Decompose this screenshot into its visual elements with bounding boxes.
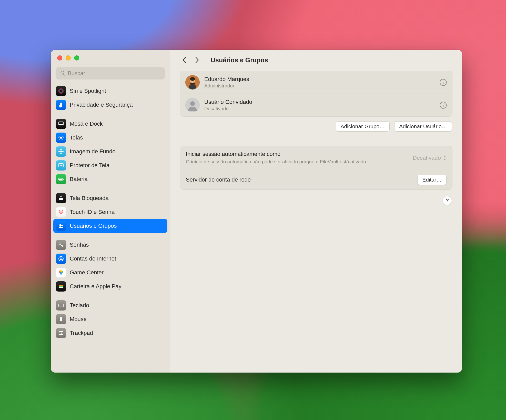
sidebar-item[interactable]: Senhas xyxy=(53,238,167,252)
svg-point-15 xyxy=(60,153,62,154)
mouse-icon xyxy=(56,314,66,324)
sidebar-item[interactable]: Protetor de Tela xyxy=(53,158,167,172)
svg-point-1 xyxy=(60,90,62,92)
svg-rect-23 xyxy=(59,179,62,180)
edit-network-account-button[interactable]: Editar… xyxy=(417,175,447,185)
sidebar-item[interactable]: Siri e Spotlight xyxy=(53,84,167,98)
sidebar-item-label: Mesa e Dock xyxy=(70,121,103,127)
siri-icon xyxy=(56,86,66,96)
network-account-label: Servidor de conta de rede xyxy=(186,176,412,183)
svg-point-25 xyxy=(59,224,61,226)
sidebar-item-label: Senhas xyxy=(70,242,89,248)
back-button[interactable] xyxy=(180,56,188,64)
sidebar-item-label: Game Center xyxy=(70,269,104,276)
sidebar-item-label: Contas de Internet xyxy=(70,255,116,262)
sidebar-item-label: Tela Bloqueada xyxy=(70,195,109,202)
help-button[interactable]: ? xyxy=(443,196,452,205)
battery-icon xyxy=(56,174,66,184)
info-button[interactable] xyxy=(439,101,447,109)
avatar xyxy=(185,75,200,89)
flower-icon xyxy=(56,146,66,157)
sidebar-item[interactable]: Mesa e Dock xyxy=(53,117,167,131)
svg-rect-37 xyxy=(59,286,63,287)
svg-line-12 xyxy=(62,136,63,136)
user-row[interactable]: Usuário Convidado Desativado xyxy=(180,94,452,116)
avatar xyxy=(185,98,200,112)
sidebar-item[interactable]: Telas xyxy=(53,131,167,145)
system-settings-window: Siri e SpotlightPrivacidade e SegurançaM… xyxy=(51,50,462,373)
sidebar-item[interactable]: Bateria xyxy=(53,172,167,186)
sidebar-item[interactable]: Contas de Internet xyxy=(53,252,167,266)
sidebar-item[interactable]: Touch ID e Senha xyxy=(53,205,167,219)
add-user-button[interactable]: Adicionar Usuário… xyxy=(394,121,452,132)
autologin-row: Iniciar sessão automaticamente como O in… xyxy=(180,146,452,170)
user-name: Eduardo Marques xyxy=(204,76,435,83)
svg-rect-41 xyxy=(62,305,62,305)
sidebar-item-label: Telas xyxy=(70,134,83,141)
search-input[interactable] xyxy=(56,67,165,79)
svg-point-16 xyxy=(58,151,60,152)
user-role: Administrador xyxy=(204,83,435,89)
sidebar-item[interactable]: Trackpad xyxy=(53,326,167,340)
forward-button[interactable] xyxy=(193,56,201,64)
trackpad-icon xyxy=(56,328,66,338)
sidebar-item[interactable]: Usuários e Grupos xyxy=(53,219,167,233)
svg-point-4 xyxy=(60,137,62,139)
autologin-label: Iniciar sessão automaticamente como xyxy=(186,151,408,157)
svg-point-0 xyxy=(59,89,63,93)
at-icon xyxy=(56,254,66,264)
svg-point-13 xyxy=(60,151,62,152)
sidebar-item-label: Imagem de Fundo xyxy=(70,148,116,155)
add-group-button[interactable]: Adicionar Grupo… xyxy=(336,121,390,132)
svg-rect-40 xyxy=(60,305,61,305)
svg-rect-39 xyxy=(59,305,60,305)
sidebar-item-label: Trackpad xyxy=(70,330,93,336)
sidebar-item[interactable]: Carteira e Apple Pay xyxy=(53,279,167,293)
sidebar-nav: Siri e SpotlightPrivacidade e SegurançaM… xyxy=(51,83,170,345)
hand-icon xyxy=(56,100,66,110)
window-traffic-lights xyxy=(51,50,170,61)
wallet-icon xyxy=(56,281,66,292)
window-zoom-button[interactable] xyxy=(74,55,79,61)
svg-rect-22 xyxy=(63,179,64,180)
user-row[interactable]: Eduardo Marques Administrador xyxy=(180,71,452,94)
svg-line-9 xyxy=(59,136,60,136)
sidebar-item[interactable]: Mouse xyxy=(53,312,167,326)
sidebar-item-label: Mouse xyxy=(70,316,87,323)
users-icon xyxy=(56,221,66,231)
svg-point-27 xyxy=(59,243,61,245)
network-account-row: Servidor de conta de rede Editar… xyxy=(180,170,452,189)
sidebar-item-label: Usuários e Grupos xyxy=(70,223,117,229)
sidebar-item[interactable]: Imagem de Fundo xyxy=(53,145,167,158)
sidebar: Siri e SpotlightPrivacidade e SegurançaM… xyxy=(51,50,170,373)
updown-chevron-icon xyxy=(443,155,447,161)
info-button[interactable] xyxy=(439,78,447,86)
svg-point-33 xyxy=(60,270,62,273)
svg-rect-43 xyxy=(60,317,62,321)
svg-point-45 xyxy=(61,333,62,334)
svg-point-48 xyxy=(190,77,195,81)
window-close-button[interactable] xyxy=(57,55,62,61)
sidebar-item-label: Touch ID e Senha xyxy=(70,209,115,215)
sidebar-item-label: Protetor de Tela xyxy=(70,162,109,169)
sidebar-item-label: Bateria xyxy=(70,176,88,183)
svg-rect-49 xyxy=(189,84,196,89)
sidebar-item[interactable]: Teclado xyxy=(53,298,167,312)
sidebar-item[interactable]: Game Center xyxy=(53,266,167,279)
sidebar-item[interactable]: Tela Bloqueada xyxy=(53,191,167,205)
window-minimize-button[interactable] xyxy=(66,55,71,61)
svg-rect-36 xyxy=(59,286,63,286)
user-role: Desativado xyxy=(204,106,435,112)
login-settings-panel: Iniciar sessão automaticamente como O in… xyxy=(180,146,452,190)
svg-rect-3 xyxy=(59,124,63,125)
sidebar-item-label: Teclado xyxy=(70,302,89,309)
sidebar-item[interactable]: Privacidade e Segurança xyxy=(53,98,167,112)
key-icon xyxy=(56,240,66,250)
autologin-select[interactable]: Desativado xyxy=(413,155,447,161)
sidebar-item-label: Siri e Spotlight xyxy=(70,88,106,94)
svg-point-52 xyxy=(443,81,443,81)
content-area: Usuários e Grupos Eduardo Marques Admini… xyxy=(170,50,462,373)
autologin-note: O início de sessão automático não pode s… xyxy=(186,158,381,165)
svg-point-14 xyxy=(60,149,62,151)
page-title: Usuários e Grupos xyxy=(211,56,268,64)
